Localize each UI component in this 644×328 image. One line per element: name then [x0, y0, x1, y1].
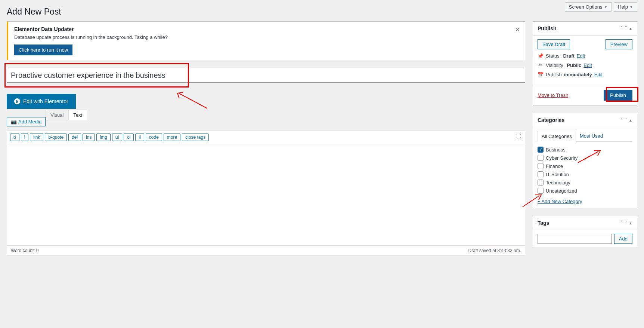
- toggle-icon[interactable]: ▴: [629, 26, 632, 31]
- add-media-label: Add Media: [18, 119, 41, 125]
- editor: b i link b-quote del ins img ul ol li co…: [7, 130, 525, 256]
- top-toolbar: Screen Options▼ Help▼: [565, 2, 637, 12]
- move-up-icon[interactable]: ˄: [620, 220, 623, 226]
- move-down-icon[interactable]: ˅: [624, 26, 628, 31]
- category-item: ✓Business: [538, 145, 632, 154]
- publish-box: Publish ˄ ˅ ▴ Save Draft Preview 📌 Statu…: [533, 21, 637, 105]
- category-label: Business: [546, 147, 566, 153]
- sidebar-column: Publish ˄ ˅ ▴ Save Draft Preview 📌 Statu…: [533, 21, 637, 256]
- tags-body: Add: [533, 230, 637, 248]
- schedule-value: immediately: [564, 72, 592, 77]
- publish-header: Publish ˄ ˅ ▴: [533, 22, 637, 36]
- panel-handles: ˄ ˅ ▴: [620, 26, 632, 31]
- category-label: Finance: [546, 163, 563, 169]
- notice-run-button[interactable]: Click here to run it now: [14, 45, 72, 55]
- content-textarea[interactable]: [7, 144, 525, 245]
- status-label: Status:: [546, 53, 561, 59]
- preview-button[interactable]: Preview: [606, 39, 632, 49]
- elementor-button-label: Edit with Elementor: [23, 98, 68, 104]
- tab-text[interactable]: Text: [68, 110, 87, 120]
- category-checkbox[interactable]: [538, 180, 544, 186]
- qt-img[interactable]: img: [96, 134, 110, 141]
- editor-status-bar: Word count: 0 Draft saved at 8:43:33 am.: [7, 245, 525, 255]
- qt-closetags[interactable]: close tags: [182, 134, 209, 141]
- quicktags-toolbar: b i link b-quote del ins img ul ol li co…: [7, 131, 525, 144]
- screen-options-button[interactable]: Screen Options▼: [565, 2, 612, 12]
- category-item: Uncategorized: [538, 187, 632, 195]
- publish-actions: Move to Trash Publish: [533, 85, 637, 105]
- qt-code[interactable]: code: [146, 134, 162, 141]
- tags-title: Tags: [538, 220, 549, 226]
- category-item: IT Solution: [538, 170, 632, 178]
- edit-with-elementor-button[interactable]: E Edit with Elementor: [7, 94, 76, 109]
- panel-handles: ˄ ˅ ▴: [620, 220, 632, 226]
- notice-title: Elementor Data Updater: [14, 26, 519, 32]
- chevron-down-icon: ▼: [604, 5, 607, 9]
- fullscreen-icon[interactable]: ⛶: [516, 134, 521, 139]
- qt-bquote[interactable]: b-quote: [45, 134, 67, 141]
- category-label: Cyber Security: [546, 155, 578, 161]
- category-item: Finance: [538, 162, 632, 170]
- camera-icon: 📷: [11, 119, 17, 125]
- qt-del[interactable]: del: [68, 134, 81, 141]
- publish-body: Save Draft Preview 📌 Status: Draft Edit …: [533, 36, 637, 85]
- category-item: Technology: [538, 178, 632, 187]
- close-icon[interactable]: ✕: [515, 25, 520, 34]
- tab-all-categories[interactable]: All Categories: [538, 131, 576, 142]
- qt-ul[interactable]: ul: [112, 134, 122, 141]
- move-up-icon[interactable]: ˄: [620, 26, 623, 31]
- help-button[interactable]: Help▼: [614, 2, 637, 12]
- tab-most-used[interactable]: Most Used: [576, 131, 607, 141]
- qt-link[interactable]: link: [30, 134, 43, 141]
- category-checkbox[interactable]: [538, 171, 544, 177]
- move-up-icon[interactable]: ˄: [620, 117, 623, 123]
- categories-title: Categories: [538, 117, 564, 123]
- category-list: ✓Business Cyber Security Finance IT Solu…: [538, 145, 632, 195]
- calendar-icon: 📅: [538, 72, 544, 77]
- tags-input[interactable]: [538, 234, 612, 244]
- category-checkbox[interactable]: [538, 155, 544, 161]
- category-label: Uncategorized: [546, 188, 577, 194]
- qt-ol[interactable]: ol: [124, 134, 134, 141]
- qt-b[interactable]: b: [10, 134, 19, 141]
- save-draft-button[interactable]: Save Draft: [538, 39, 570, 49]
- category-item: Cyber Security: [538, 154, 632, 162]
- tags-header: Tags ˄ ˅ ▴: [533, 216, 637, 230]
- category-tabs: All Categories Most Used: [538, 131, 632, 142]
- schedule-label: Publish: [546, 72, 562, 77]
- qt-i[interactable]: i: [21, 134, 29, 141]
- editor-tabs: Visual Text: [46, 110, 87, 120]
- add-media-button[interactable]: 📷 Add Media: [7, 117, 46, 126]
- edit-status-link[interactable]: Edit: [577, 53, 585, 59]
- qt-ins[interactable]: ins: [83, 134, 95, 141]
- status-row: 📌 Status: Draft Edit: [538, 53, 632, 59]
- media-row: 📷 Add Media Visual Text: [7, 117, 525, 126]
- qt-li[interactable]: li: [135, 134, 144, 141]
- category-checkbox[interactable]: ✓: [538, 147, 544, 153]
- add-tag-button[interactable]: Add: [614, 234, 632, 244]
- post-title-input[interactable]: [7, 68, 525, 83]
- move-to-trash-link[interactable]: Move to Trash: [538, 92, 568, 98]
- toggle-icon[interactable]: ▴: [629, 220, 632, 226]
- categories-header: Categories ˄ ˅ ▴: [533, 113, 637, 127]
- category-checkbox[interactable]: [538, 163, 544, 169]
- categories-box: Categories ˄ ˅ ▴ All Categories Most Use…: [533, 113, 637, 208]
- qt-more[interactable]: more: [164, 134, 180, 141]
- notice-message: Database update process is running in th…: [14, 34, 519, 40]
- edit-visibility-link[interactable]: Edit: [583, 62, 592, 68]
- visibility-value: Public: [567, 62, 581, 68]
- status-value: Draft: [563, 53, 574, 59]
- toggle-icon[interactable]: ▴: [629, 117, 632, 123]
- editor-column: Elementor Data Updater Database update p…: [7, 21, 525, 256]
- tab-visual[interactable]: Visual: [46, 110, 68, 120]
- move-down-icon[interactable]: ˅: [624, 220, 628, 226]
- publish-button[interactable]: Publish: [604, 90, 632, 101]
- move-down-icon[interactable]: ˅: [624, 117, 628, 123]
- tags-box: Tags ˄ ˅ ▴ Add: [533, 216, 637, 248]
- eye-icon: 👁: [538, 62, 544, 68]
- add-new-category-link[interactable]: + Add New Category: [538, 199, 582, 204]
- category-checkbox[interactable]: [538, 188, 544, 194]
- category-label: IT Solution: [546, 172, 569, 177]
- visibility-row: 👁 Visibility: Public Edit: [538, 62, 632, 68]
- edit-schedule-link[interactable]: Edit: [594, 72, 603, 77]
